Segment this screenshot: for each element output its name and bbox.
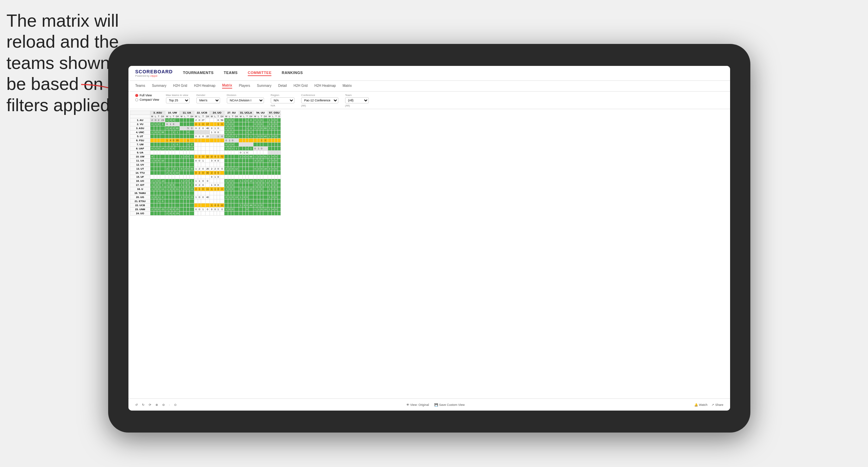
matrix-cell[interactable]: 3	[210, 159, 214, 163]
matrix-cell[interactable]: 0	[205, 179, 210, 183]
matrix-cell[interactable]	[201, 212, 205, 216]
matrix-cell[interactable]: 0	[228, 122, 231, 126]
matrix-cell[interactable]	[180, 139, 184, 143]
matrix-cell[interactable]: 0	[239, 151, 242, 155]
matrix-cell[interactable]: 2	[194, 118, 198, 122]
matrix-cell[interactable]	[257, 175, 260, 179]
matrix-cell[interactable]: 0	[231, 207, 234, 212]
matrix-cell[interactable]	[257, 171, 260, 175]
matrix-cell[interactable]	[205, 163, 210, 167]
matrix-cell[interactable]: 0	[246, 151, 249, 155]
matrix-cell[interactable]	[210, 139, 214, 143]
matrix-cell[interactable]	[157, 203, 160, 207]
matrix-cell[interactable]: 0	[257, 122, 260, 126]
matrix-cell[interactable]	[278, 118, 281, 122]
matrix-cell[interactable]: 1	[187, 143, 190, 147]
matrix-cell[interactable]: 0	[274, 118, 278, 122]
matrix-cell[interactable]	[228, 155, 231, 159]
matrix-cell[interactable]	[187, 191, 190, 195]
matrix-cell[interactable]: 0	[210, 155, 214, 159]
matrix-cell[interactable]: 1	[257, 147, 260, 151]
matrix-cell[interactable]	[274, 143, 278, 147]
matrix-cell[interactable]	[180, 191, 184, 195]
matrix-cell[interactable]: 1	[234, 147, 239, 151]
matrix-cell[interactable]: 0	[217, 167, 220, 171]
matrix-cell[interactable]: 0	[231, 126, 234, 130]
matrix-cell[interactable]: 2	[198, 167, 201, 171]
matrix-cell[interactable]: 1	[210, 203, 214, 207]
matrix-cell[interactable]	[217, 195, 220, 199]
matrix-cell[interactable]	[150, 134, 154, 139]
matrix-cell[interactable]: 0	[194, 159, 198, 163]
matrix-cell[interactable]	[217, 139, 220, 143]
matrix-cell[interactable]	[253, 139, 257, 143]
tab-summary2[interactable]: Summary	[257, 84, 271, 88]
matrix-cell[interactable]: 0	[201, 195, 205, 199]
matrix-cell[interactable]	[214, 118, 217, 122]
matrix-cell[interactable]	[210, 163, 214, 167]
view-original-button[interactable]: 👁 View: Original	[406, 403, 429, 407]
matrix-cell[interactable]	[234, 159, 239, 163]
matrix-cell[interactable]	[274, 203, 278, 207]
matrix-cell[interactable]	[165, 191, 169, 195]
matrix-cell[interactable]: 0	[201, 179, 205, 183]
matrix-cell[interactable]: 1	[217, 207, 220, 212]
matrix-cell[interactable]	[274, 191, 278, 195]
matrix-cell[interactable]	[239, 147, 242, 151]
matrix-cell[interactable]: 2	[228, 179, 231, 183]
matrix-cell[interactable]: 1	[198, 122, 201, 126]
matrix-cell[interactable]: 0	[172, 126, 175, 130]
matrix-cell[interactable]: 1	[150, 195, 154, 199]
matrix-cell[interactable]	[165, 163, 169, 167]
matrix-cell[interactable]: 2	[228, 167, 231, 171]
matrix-cell[interactable]	[260, 175, 263, 179]
matrix-cell[interactable]	[234, 207, 239, 212]
matrix-cell[interactable]: 17	[205, 122, 210, 126]
matrix-cell[interactable]: 10	[263, 207, 268, 212]
matrix-cell[interactable]	[271, 147, 274, 151]
matrix-cell[interactable]	[263, 122, 268, 126]
matrix-cell[interactable]: 0	[246, 155, 249, 159]
matrix-cell[interactable]	[268, 143, 271, 147]
matrix-cell[interactable]	[278, 212, 281, 216]
matrix-cell[interactable]: 1	[268, 187, 271, 191]
matrix-cell[interactable]	[239, 183, 242, 187]
matrix-cell[interactable]: 1	[180, 195, 184, 199]
matrix-cell[interactable]: 2	[150, 179, 154, 183]
matrix-cell[interactable]	[260, 171, 263, 175]
matrix-cell[interactable]: 0	[198, 159, 201, 163]
matrix-cell[interactable]: 12	[220, 203, 224, 207]
matrix-cell[interactable]: 1	[172, 167, 175, 171]
matrix-cell[interactable]	[184, 203, 187, 207]
matrix-cell[interactable]	[268, 191, 271, 195]
matrix-cell[interactable]	[154, 139, 157, 143]
matrix-cell[interactable]: 0	[274, 187, 278, 191]
matrix-cell[interactable]: 0	[214, 130, 217, 134]
matrix-cell[interactable]	[268, 199, 271, 203]
matrix-cell[interactable]	[278, 183, 281, 187]
matrix-cell[interactable]	[257, 199, 260, 203]
matrix-cell[interactable]	[246, 171, 249, 175]
matrix-cell[interactable]: 0	[194, 126, 198, 130]
matrix-cell[interactable]: 2	[165, 212, 169, 216]
matrix-cell[interactable]: 0	[154, 183, 157, 187]
matrix-cell[interactable]	[246, 191, 249, 195]
matrix-cell[interactable]: 0	[246, 195, 249, 199]
matrix-cell[interactable]: 0	[260, 134, 263, 139]
matrix-cell[interactable]	[234, 155, 239, 159]
matrix-cell[interactable]	[228, 175, 231, 179]
matrix-cell[interactable]: -14	[160, 179, 165, 183]
matrix-cell[interactable]: 0	[194, 187, 198, 191]
matrix-cell[interactable]	[249, 175, 254, 179]
matrix-cell[interactable]: 0	[160, 195, 165, 199]
matrix-cell[interactable]: 80	[263, 126, 268, 130]
matrix-cell[interactable]: 0	[228, 130, 231, 134]
matrix-cell[interactable]: 1	[190, 155, 194, 159]
matrix-cell[interactable]	[169, 155, 172, 159]
matrix-cell[interactable]: 1	[175, 167, 180, 171]
matrix-cell[interactable]: 0	[217, 118, 220, 122]
matrix-cell[interactable]: 1	[169, 122, 172, 126]
matrix-cell[interactable]: 0	[260, 187, 263, 191]
matrix-cell[interactable]	[231, 212, 234, 216]
matrix-cell[interactable]	[257, 212, 260, 216]
